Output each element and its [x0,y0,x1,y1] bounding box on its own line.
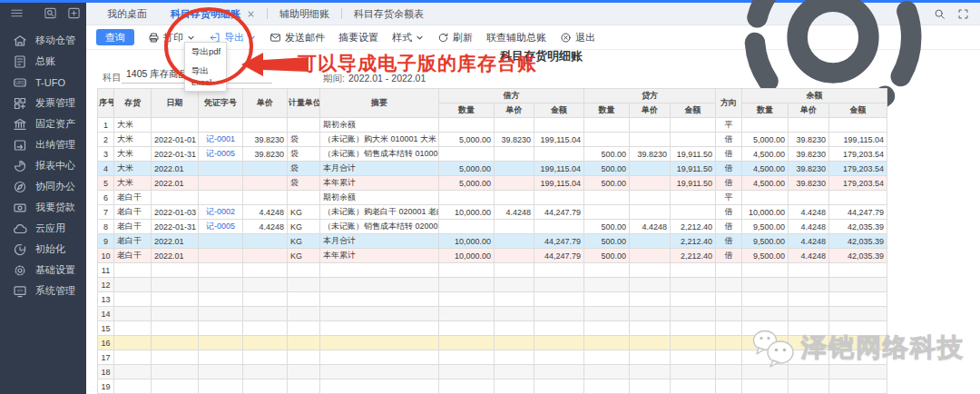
table-cell [630,249,671,263]
table-cell: 4.4248 [243,220,288,234]
table-cell [320,365,439,379]
table-cell: 4.4248 [789,205,829,220]
table-row[interactable]: 19 [98,379,887,394]
sidebar-item-2[interactable]: UFOT-UFO [0,72,86,93]
cashier-icon [13,138,27,153]
table-cell: 大米 [114,162,152,176]
table-cell [716,307,742,321]
refresh-button[interactable]: 刷新 [437,31,473,44]
table-row[interactable]: 9老白干2022.01KG本月合计10,000.0044,247.79500.0… [98,234,887,249]
sidebar-item-6[interactable]: 报表中心 [0,155,86,176]
table-row[interactable]: 5大米2022.01袋本年累计5,000.00199,115.04500.001… [98,176,887,191]
table-cell [152,379,199,394]
table-cell: 19,911.50 [671,147,716,162]
sidebar-item-7[interactable]: 协同办公 [0,176,86,197]
sidebar-item-9[interactable]: 云应用 [0,218,86,239]
sidebar-item-label: 报表中心 [35,159,75,172]
linked-aux-ledger-button[interactable]: 联查辅助总账 [486,31,546,44]
close-icon[interactable] [247,10,255,18]
sidebar-item-11[interactable]: 基础设置 [0,260,86,281]
query-button[interactable]: 查询 [96,29,134,45]
table-cell [439,307,495,321]
sub-col-header: 数量 [584,103,630,118]
table-row[interactable]: 3大米2022-01-31记-000539.8230袋（未记账）销售成本结转 0… [98,147,887,162]
table-row[interactable]: 17 [98,350,887,365]
table-cell [495,263,534,278]
period-filter-value: 2022.01 - 2022.01 [348,73,426,84]
sidebar-item-4[interactable]: 固定资产 [0,113,86,134]
table-row[interactable]: 2大米2022-01-01记-000139.8230袋（未记账）购大米 0100… [98,133,887,147]
sidebar-item-label: 出纳管理 [35,138,75,152]
table-cell [439,336,495,350]
sidebar-item-label: 初始化 [35,242,65,256]
hamburger-icon[interactable] [9,6,24,20]
sidebar-item-0[interactable]: 移动仓管 [0,30,86,51]
sidebar-item-12[interactable]: </>系统管理 [0,281,86,301]
sidebar-item-3[interactable]: 发票管理 [0,93,86,113]
table-row[interactable]: 11 [98,263,887,278]
table-row[interactable]: 14 [98,307,887,321]
send-mail-button[interactable]: 发送邮件 [270,31,325,44]
group-header: 借方 [439,89,584,103]
table-cell [439,263,495,278]
table-row[interactable]: 7老白干2022-01-03记-00024.4248KG（未记账）购老白干 02… [98,205,887,220]
tab-2[interactable]: 辅助明细账 [268,3,341,25]
table-cell: 老白干 [114,234,152,249]
voucher-link[interactable]: 记-0001 [206,134,235,143]
voucher-link[interactable]: 记-0005 [206,222,235,231]
table-cell: 期初余额 [320,191,439,205]
table-cell [584,307,630,321]
table-cell [439,191,495,205]
table-cell [439,321,495,336]
table-cell: 4.4248 [243,205,288,220]
table-cell [671,263,716,278]
table-row[interactable]: 13 [98,292,887,307]
summary-settings-button[interactable]: 摘要设置 [338,31,378,44]
table-cell [495,292,534,307]
style-button[interactable]: 样式 [392,31,424,44]
table-row[interactable]: 10老白干2022.01KG本年累计10,000.0044,247.79500.… [98,249,887,263]
table-cell: 19,911.50 [671,176,716,191]
sidebar-item-1[interactable]: 总账 [0,51,86,72]
tab-1[interactable]: 科目存货明细账 [159,3,267,25]
table-cell [495,336,534,350]
table-row[interactable]: 16 [98,336,887,350]
svg-text:</>: </> [17,289,24,293]
sidebar-nav: 移动仓管总账UFOT-UFO发票管理固定资产出纳管理报表中心协同办公我要贷款云应… [0,30,86,301]
table-row[interactable]: 12 [98,278,887,292]
export-menu-item-0[interactable]: 导出pdf [185,43,226,62]
voucher-link[interactable]: 记-0002 [206,207,235,216]
table-cell [243,191,288,205]
table-row[interactable]: 6老白干期初余额平 [98,191,887,205]
sidebar-item-10[interactable]: 初始化 [0,239,86,260]
col-header: 序号 [98,89,114,118]
voucher-link[interactable]: 记-0005 [206,149,235,158]
new-window-icon[interactable] [67,6,81,20]
table-cell [114,307,152,321]
toolbar-button-label: 打印 [163,31,183,44]
table-cell [630,162,671,176]
table-row[interactable]: 4大米2022.01袋本月合计5,000.00199,115.04500.001… [98,162,887,176]
export-menu-item-1[interactable]: 导出excel [185,62,226,91]
tab-3[interactable]: 科目存货余额表 [342,3,436,25]
table-cell [114,321,152,336]
sub-col-header: 金额 [534,103,584,118]
table-cell [584,350,630,365]
table-cell [534,263,584,278]
table-row[interactable]: 8老白干2022-01-31记-00054.4248KG（未记账）销售成本结转 … [98,220,887,234]
warehouse-icon [13,34,27,48]
sidebar-item-8[interactable]: 我要贷款 [0,197,86,218]
cloud-icon [13,222,27,236]
search-window-icon[interactable] [44,6,57,20]
exit-button[interactable]: 退出 [560,31,595,44]
table-cell [243,307,288,321]
table-row[interactable]: 1大米期初余额平 [98,118,887,133]
table-cell [829,263,887,278]
table-cell: 42,035.39 [829,249,887,263]
toolbar-button-label: 导出 [224,31,244,44]
table-row[interactable]: 15 [98,321,887,336]
sidebar-item-5[interactable]: 出纳管理 [0,134,86,155]
table-cell: 10,000.00 [439,249,495,263]
tab-0[interactable]: 我的桌面 [95,3,159,25]
table-row[interactable]: 18 [98,365,887,379]
